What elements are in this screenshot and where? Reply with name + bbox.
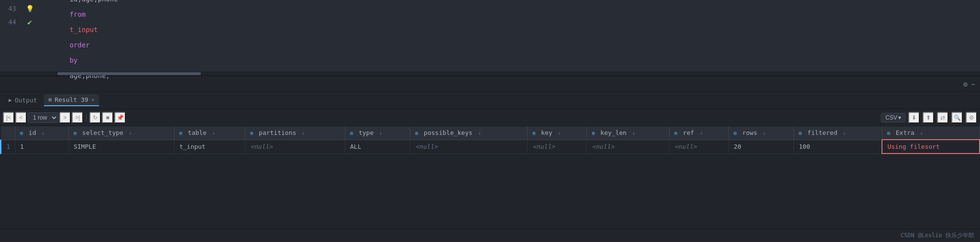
- editor-lines: 43 💡 44 ✔ explain select id,age,phone fr…: [0, 0, 980, 72]
- th-type[interactable]: ⊞ type ⇕: [345, 126, 410, 140]
- footer-text: CSDN @Leslie 快乐少年郎: [901, 231, 974, 240]
- th-key-label: key: [541, 129, 552, 136]
- last-page-button[interactable]: >|: [72, 112, 83, 123]
- td-table: t_input: [174, 140, 245, 154]
- table-header-row: ⊞ id ⇕ ⊞ select_type ⇕ ⊞ table ⇕: [1, 126, 980, 140]
- result-tab-label: Result 39: [55, 96, 88, 103]
- panel-footer: CSDN @Leslie 快乐少年郎: [0, 229, 980, 242]
- kw-by: by: [69, 56, 77, 64]
- settings-icon[interactable]: ⚙: [963, 80, 967, 88]
- th-key-len-label: key_len: [600, 129, 627, 136]
- pin-button[interactable]: 📌: [114, 112, 126, 123]
- th-key-len[interactable]: ⊞ key_len ⇕: [587, 126, 670, 140]
- col-icon-table: ⊞: [179, 131, 182, 136]
- th-type-label: type: [359, 129, 374, 136]
- th-filtered[interactable]: ⊞ filtered ⇕: [794, 126, 882, 140]
- tbl-t_input: t_input: [69, 26, 98, 33]
- td-partitions: <null>: [245, 140, 345, 154]
- tab-close-icon[interactable]: ✕: [91, 97, 95, 103]
- output-tab-label: Output: [15, 97, 37, 104]
- th-possible-keys-label: possible_keys: [424, 129, 473, 136]
- csv-button[interactable]: CSV ▾: [881, 113, 905, 122]
- row-count-select[interactable]: 1 row: [28, 112, 58, 123]
- download-button[interactable]: ⬇: [908, 112, 920, 123]
- col-icon-extra: ⊞: [887, 131, 890, 136]
- kw-from: from: [69, 11, 86, 18]
- col-icon-possible-keys: ⊞: [415, 131, 418, 136]
- csv-dropdown-icon: ▾: [898, 114, 901, 121]
- th-id-label: id: [29, 129, 36, 136]
- result-table-wrapper[interactable]: ⊞ id ⇕ ⊞ select_type ⇕ ⊞ table ⇕: [0, 126, 980, 229]
- th-filtered-label: filtered: [807, 129, 837, 136]
- nav-bar: |< < 1 row > >| ↻ ■ 📌 CSV ▾ ⬇ ⬆ ⇄ 🔍 ⚙: [0, 109, 980, 126]
- th-extra[interactable]: ⊞ Extra ⇕: [882, 126, 980, 140]
- th-partitions-label: partitions: [259, 129, 296, 136]
- sort-icon-ref[interactable]: ⇕: [700, 131, 703, 136]
- sort-icon-partitions[interactable]: ⇕: [302, 131, 305, 136]
- td-select-type: SIMPLE: [68, 140, 174, 154]
- sort-icon-possible-keys[interactable]: ⇕: [478, 131, 481, 136]
- line-number-43: 43: [0, 5, 24, 12]
- td-extra: Using filesort: [882, 140, 980, 154]
- th-extra-label: Extra: [896, 129, 914, 136]
- th-rows-label: rows: [742, 129, 757, 136]
- prev-page-button[interactable]: <: [15, 112, 27, 123]
- col-icon-ref: ⊞: [674, 131, 677, 136]
- sort-icon-type[interactable]: ⇕: [379, 131, 382, 136]
- col-icon-id: ⊞: [20, 131, 23, 136]
- minimize-icon[interactable]: −: [971, 80, 975, 88]
- sort-icon-table[interactable]: ⇕: [212, 131, 215, 136]
- upload-button[interactable]: ⬆: [923, 112, 934, 123]
- panel-section: ⚙ − ▶ Output ⊞ Result 39 ✕ |< < 1 row > …: [0, 77, 980, 242]
- th-table[interactable]: ⊞ table ⇕: [174, 126, 245, 140]
- tab-output[interactable]: ▶ Output: [4, 95, 42, 106]
- col-phone: phone: [98, 0, 118, 3]
- sort-icon-rows[interactable]: ⇕: [763, 131, 766, 136]
- col-icon-partitions: ⊞: [250, 131, 253, 136]
- td-key: <null>: [528, 140, 587, 154]
- space5: [69, 33, 73, 41]
- sort-icon-extra[interactable]: ⇕: [920, 131, 923, 136]
- nav-right: CSV ▾ ⬇ ⬆ ⇄ 🔍 ⚙: [881, 112, 977, 123]
- editor-line-44: 44 ✔ explain select id,age,phone from t_…: [0, 15, 980, 29]
- sort-icon-id[interactable]: ⇕: [42, 131, 44, 136]
- th-rows[interactable]: ⊞ rows ⇕: [729, 126, 794, 140]
- sort-icon-key[interactable]: ⇕: [558, 131, 561, 136]
- stop-button[interactable]: ■: [102, 112, 113, 123]
- space4: [69, 18, 73, 26]
- sort-icon-filtered[interactable]: ⇕: [843, 131, 846, 136]
- th-select-type[interactable]: ⊞ select_type ⇕: [68, 126, 174, 140]
- editor-scrollbar-thumb[interactable]: [57, 72, 201, 75]
- first-page-button[interactable]: |<: [3, 112, 14, 123]
- transpose-button[interactable]: ⇄: [937, 112, 948, 123]
- csv-label: CSV: [885, 114, 897, 121]
- sort-icon-select-type[interactable]: ⇕: [129, 131, 132, 136]
- td-possible-keys: <null>: [410, 140, 528, 154]
- sort-icon-key-len[interactable]: ⇕: [632, 131, 635, 136]
- th-key[interactable]: ⊞ key ⇕: [528, 126, 587, 140]
- th-select-type-label: select_type: [82, 129, 123, 136]
- th-ref[interactable]: ⊞ ref ⇕: [669, 126, 728, 140]
- next-page-button[interactable]: >: [59, 112, 71, 123]
- td-key-len: <null>: [587, 140, 670, 154]
- col-icon-filtered: ⊞: [799, 131, 802, 136]
- nav-separator-1: [86, 114, 87, 121]
- th-partitions[interactable]: ⊞ partitions ⇕: [245, 126, 345, 140]
- editor-scrollbar[interactable]: [0, 72, 980, 76]
- check-icon: ✔: [27, 18, 32, 27]
- table-row[interactable]: 1 1 SIMPLE t_input <null> ALL <null> <nu…: [1, 140, 980, 154]
- table-settings-button[interactable]: ⚙: [966, 112, 977, 123]
- td-rows: 20: [729, 140, 794, 154]
- tab-result39[interactable]: ⊞ Result 39 ✕: [44, 94, 99, 106]
- result-table: ⊞ id ⇕ ⊞ select_type ⇕ ⊞ table ⇕: [0, 126, 980, 154]
- col-age: age: [82, 0, 94, 3]
- refresh-button[interactable]: ↻: [89, 112, 101, 123]
- col-icon-rows: ⊞: [734, 131, 737, 136]
- th-possible-keys[interactable]: ⊞ possible_keys ⇕: [410, 126, 528, 140]
- td-ref: <null>: [669, 140, 728, 154]
- th-id[interactable]: ⊞ id ⇕: [15, 126, 69, 140]
- col-icon-key-len: ⊞: [592, 131, 595, 136]
- th-table-label: table: [188, 129, 207, 136]
- kw-order: order: [69, 41, 89, 49]
- zoom-button[interactable]: 🔍: [951, 112, 963, 123]
